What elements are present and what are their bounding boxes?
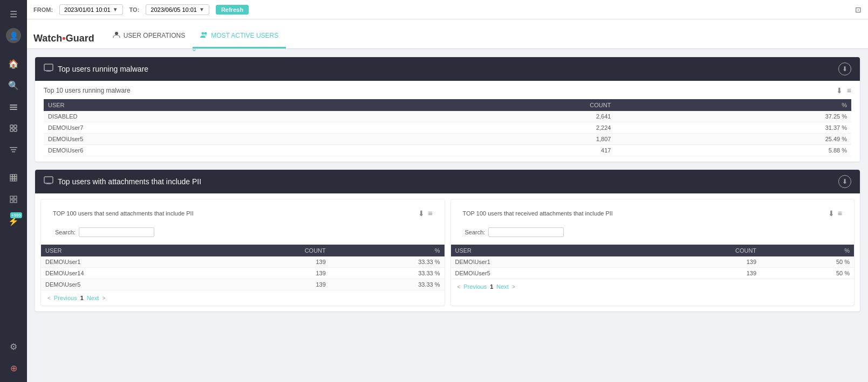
pii-receive-cell-percent: 50 %: [761, 268, 854, 279]
pii-receive-prev-button[interactable]: Previous: [463, 283, 487, 290]
pii-send-search-input[interactable]: [79, 227, 154, 237]
sidebar-item-search[interactable]: 🔍: [4, 75, 23, 95]
sidebar-item-layout[interactable]: [4, 119, 23, 138]
svg-rect-5: [10, 129, 13, 131]
sidebar-item-alerts[interactable]: +999 ⚡: [4, 211, 23, 231]
svg-rect-1: [10, 107, 17, 108]
pii-send-cell-percent: 33.33 %: [330, 268, 445, 279]
pii-send-download-icon[interactable]: ⬇: [418, 209, 425, 218]
pii-send-cell-percent: 33.33 %: [330, 256, 445, 268]
sidebar-avatar[interactable]: 👤: [4, 26, 23, 45]
malware-subtitle-row: Top 10 users running malware ⬇ ≡: [44, 86, 851, 95]
sidebar-item-reports[interactable]: [4, 97, 23, 116]
malware-cell-user: DEMO\User5: [44, 134, 385, 145]
pii-send-next-button[interactable]: Next: [87, 295, 99, 301]
pii-send-title-row: TOP 100 users that send attachments that…: [49, 205, 437, 220]
sidebar-item-grid1[interactable]: [4, 168, 23, 187]
tab-most-active-users[interactable]: MOST ACTIVE USERS: [193, 24, 286, 48]
pii-send-menu-icon[interactable]: ≡: [428, 209, 432, 218]
tab-most-active-users-label: MOST ACTIVE USERS: [211, 32, 278, 39]
svg-rect-26: [44, 64, 53, 71]
from-date-picker[interactable]: 2023/01/01 10:01 ▼: [59, 4, 123, 15]
svg-rect-11: [15, 175, 17, 177]
pii-receive-next-button[interactable]: Next: [496, 283, 509, 290]
pii-receive-prev-bracket: <: [457, 284, 461, 290]
topbar: FROM: 2023/01/01 10:01 ▼ TO: 2023/06/05 …: [27, 0, 868, 19]
sidebar: ☰ 👤 🏠 🔍 +999 ⚡ ⚙ ⊕: [0, 0, 27, 382]
malware-cell-percent: 37.25 %: [615, 111, 851, 122]
to-date-picker[interactable]: 2023/06/05 10:01 ▼: [146, 4, 209, 15]
malware-table-row: DEMO\User7 2,224 31.37 %: [44, 122, 851, 134]
alerts-badge: +999: [10, 212, 22, 218]
svg-rect-3: [10, 125, 13, 128]
svg-rect-20: [14, 196, 17, 199]
pii-receive-search-input[interactable]: [488, 227, 564, 237]
pii-two-col: TOP 100 users that send attachments that…: [35, 193, 860, 311]
svg-rect-4: [14, 125, 17, 128]
user-operations-icon: [113, 31, 120, 40]
sidebar-menu-icon[interactable]: ☰: [4, 4, 23, 24]
svg-rect-14: [12, 175, 15, 177]
pii-send-pagination: < Previous 1 Next >: [41, 290, 445, 305]
pii-receive-cell-percent: 50 %: [761, 256, 854, 268]
pii-receive-title-row: TOP 100 users that received attachments …: [459, 205, 847, 220]
refresh-button[interactable]: Refresh: [216, 5, 249, 15]
logo-guard: Guard: [66, 33, 94, 44]
malware-download-button[interactable]: ⬇: [838, 62, 851, 75]
topbar-export-icon[interactable]: ⊡: [855, 5, 862, 14]
pii-receive-subsection: TOP 100 users that received attachments …: [451, 199, 855, 245]
tab-dropdown-icon[interactable]: ⌄: [191, 44, 197, 53]
from-date-arrow: ▼: [113, 6, 118, 12]
malware-cell-user: DEMO\User6: [44, 145, 385, 156]
pii-receive-table-row: DEMO\User1 139 50 %: [451, 256, 855, 268]
pii-send-prev-button[interactable]: Previous: [54, 295, 77, 301]
pii-receive-subtitle: TOP 100 users that received attachments …: [463, 210, 613, 217]
pii-send-cell-user: DEMO\User1: [41, 256, 218, 268]
logo-area: Watch • Guard: [33, 33, 94, 48]
pii-receive-current-page: 1: [490, 283, 493, 290]
main-content: FROM: 2023/01/01 10:01 ▼ TO: 2023/06/05 …: [27, 0, 868, 382]
sidebar-item-settings[interactable]: ⚙: [4, 337, 23, 356]
malware-col-count: COUNT: [385, 99, 616, 111]
malware-cell-user: DEMO\User7: [44, 122, 385, 134]
malware-menu-icon[interactable]: ≡: [847, 86, 851, 95]
malware-download-icon[interactable]: ⬇: [836, 86, 843, 95]
pii-send-next-bracket: >: [102, 295, 105, 301]
svg-rect-21: [10, 200, 13, 203]
pii-download-button[interactable]: ⬇: [838, 175, 851, 188]
svg-rect-17: [15, 177, 17, 179]
svg-rect-6: [14, 129, 17, 131]
pii-send-subtitle: TOP 100 users that send attachments that…: [53, 210, 194, 217]
pii-send-search-row: Search:: [49, 223, 437, 239]
tab-user-operations[interactable]: USER OPERATIONS: [105, 24, 193, 48]
pii-receive-menu-icon[interactable]: ≡: [838, 209, 842, 218]
pii-receive-table: USER COUNT % DEMO\User1 139 50 % DEMO\Us…: [451, 245, 855, 279]
pii-send-prev-bracket: <: [47, 295, 51, 301]
sidebar-item-home[interactable]: 🏠: [4, 54, 23, 73]
svg-rect-0: [10, 105, 17, 106]
sidebar-item-logout[interactable]: ⊕: [4, 358, 23, 378]
malware-col-percent: %: [615, 99, 851, 111]
pii-receive-col: TOP 100 users that received attachments …: [450, 199, 855, 306]
to-date-value: 2023/06/05 10:01: [151, 6, 197, 13]
malware-section-header: Top users running malware ⬇: [35, 57, 860, 81]
svg-rect-29: [44, 177, 53, 183]
pii-receive-col-percent: %: [761, 245, 854, 256]
malware-sub-section: Top 10 users running malware ⬇ ≡ USER CO…: [35, 81, 860, 162]
malware-cell-percent: 25.49 %: [615, 134, 851, 145]
pii-section-header: Top users with attachments that include …: [35, 170, 860, 193]
malware-cell-count: 417: [385, 145, 616, 156]
sidebar-item-filter[interactable]: [4, 140, 23, 159]
malware-cell-count: 2,224: [385, 122, 616, 134]
pii-receive-table-row: DEMO\User5 139 50 %: [451, 268, 855, 279]
malware-table-row: DISABLED 2,641 37.25 %: [44, 111, 851, 122]
svg-rect-10: [10, 175, 12, 177]
pii-receive-cell-count: 139: [635, 256, 761, 268]
svg-point-25: [204, 32, 207, 34]
sidebar-item-grid2[interactable]: [4, 190, 23, 209]
malware-table: USER COUNT % DISABLED 2,641 37.25 % DEMO…: [44, 99, 851, 156]
pii-receive-download-icon[interactable]: ⬇: [828, 209, 835, 218]
svg-rect-9: [12, 151, 15, 152]
pii-section: Top users with attachments that include …: [35, 170, 860, 311]
to-label: TO:: [129, 6, 140, 13]
